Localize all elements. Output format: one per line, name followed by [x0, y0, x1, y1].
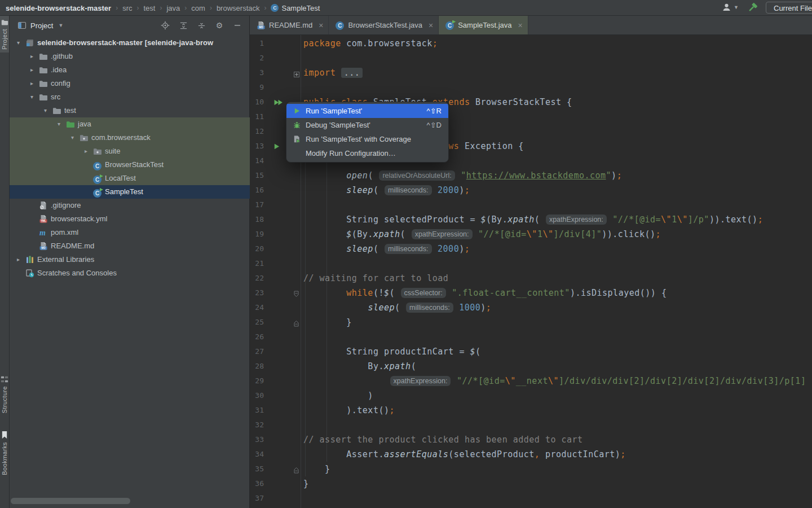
tree-item-java[interactable]: ▾java [10, 117, 250, 131]
hide-panel-icon[interactable] [232, 20, 242, 30]
tree-item-config[interactable]: ▸config [10, 77, 250, 90]
code-line-18: 18 String selectedProduct = $(By.xpath( … [250, 212, 812, 227]
code-line-25: 25 } [250, 315, 812, 330]
line-number: 23 [250, 286, 264, 300]
folder-icon [39, 65, 48, 75]
tree-item-sampletest[interactable]: CSampleTest [10, 185, 250, 199]
code-line-24: 24 sleep( milliseconds: 1000); [250, 300, 812, 315]
code-line-27: 27 String productInCart = $( [250, 344, 812, 359]
chevron-down-icon[interactable]: ▾ [68, 131, 77, 144]
package-icon [80, 133, 89, 142]
fold-marker-icon[interactable] [294, 466, 299, 476]
fold-marker-icon[interactable] [294, 69, 299, 80]
tree-item-label: .github [51, 50, 73, 63]
fold-marker-icon[interactable] [294, 290, 299, 300]
breadcrumb-segment-java[interactable]: java [166, 4, 180, 12]
editor-tab-sampletest-java[interactable]: CSampleTest.java× [439, 16, 528, 34]
close-tab-icon[interactable]: × [319, 21, 323, 30]
breadcrumb-segment-browserstack[interactable]: browserstack [217, 4, 260, 12]
run-gutter-icon[interactable] [273, 98, 284, 108]
locate-file-icon[interactable] [160, 20, 170, 30]
tree-item-pom-xml[interactable]: mpom.xml [10, 226, 250, 239]
parameter-hint: milliseconds: [406, 303, 453, 313]
chevron-down-icon[interactable]: ▾ [41, 104, 50, 117]
run-configuration-select[interactable]: Current File [766, 2, 812, 14]
project-panel-title[interactable]: Project [30, 21, 53, 30]
tree-item-external-libraries[interactable]: ▸External Libraries [10, 253, 250, 266]
code-line-9: 9 [250, 80, 812, 95]
tree-item-gitignore[interactable]: .gitignore [10, 199, 250, 212]
tool-stripe-bookmarks[interactable]: Bookmarks [0, 428, 9, 478]
svg-text:MD: MD [41, 247, 46, 249]
menu-item-label: Debug 'SampleTest' [306, 121, 370, 129]
run-context-menu: Run 'SampleTest'^⇧RDebug 'SampleTest'^⇧D… [286, 102, 449, 163]
folder-icon [52, 106, 61, 115]
breadcrumb-segment-src[interactable]: src [122, 4, 132, 12]
line-number: 3 [250, 65, 264, 80]
code-line-28: 28 By.xpath( [250, 359, 812, 374]
fold-marker-icon[interactable] [294, 319, 299, 329]
code-text: String selectedProduct = $(By.xpath( xpa… [303, 212, 763, 227]
collapse-all-icon[interactable] [196, 20, 206, 30]
tool-stripe-project[interactable]: Project [0, 16, 9, 52]
md-icon: MD [39, 242, 48, 251]
tree-item-selenide-browserstack-master-selenide-java-brow[interactable]: ▾selenide-browserstack-master [selenide-… [10, 36, 250, 50]
tree-item-test[interactable]: ▾test [10, 104, 250, 117]
breadcrumb-segment-test[interactable]: test [144, 4, 156, 12]
close-tab-icon[interactable]: × [518, 21, 523, 30]
settings-gear-icon[interactable]: ⚙ [214, 20, 224, 30]
parameter-hint: xpathExpression: [390, 376, 451, 386]
breadcrumb-project[interactable]: selenide-browserstack-master [6, 4, 111, 12]
tree-item-readme-md[interactable]: MDREADME.md [10, 239, 250, 253]
coverage-icon [292, 135, 302, 143]
user-account-button[interactable]: ▼ [722, 3, 739, 12]
module-icon [25, 38, 34, 47]
chevron-right-icon[interactable]: ▸ [82, 144, 90, 158]
tree-item-localtest[interactable]: CLocalTest [10, 172, 250, 185]
tool-stripe-structure[interactable]: Structure [0, 373, 9, 416]
tree-item-com-browserstack[interactable]: ▾com.browserstack [10, 131, 250, 144]
parameter-hint: xpathExpression: [546, 214, 607, 225]
menu-item-debug-sampletest[interactable]: Debug 'SampleTest'^⇧D [286, 118, 448, 132]
build-hammer-icon[interactable] [747, 2, 758, 15]
chevron-down-icon[interactable]: ▾ [14, 36, 23, 50]
menu-item-modify-run-configuration[interactable]: Modify Run Configuration… [286, 146, 448, 160]
run-gutter-icon[interactable] [273, 142, 280, 152]
menu-item-run-sampletest-with-coverage[interactable]: Run 'SampleTest' with Coverage [286, 132, 448, 146]
horizontal-scrollbar-thumb[interactable] [11, 498, 130, 504]
tree-item-src[interactable]: ▾src [10, 90, 250, 104]
folded-region[interactable]: ... [341, 68, 363, 78]
chevron-right-icon[interactable]: ▸ [14, 253, 23, 266]
breadcrumb-file[interactable]: CSampleTest [271, 4, 320, 12]
tree-item-scratches-and-consoles[interactable]: Scratches and Consoles [10, 266, 250, 280]
expand-all-icon[interactable] [178, 20, 188, 30]
line-number: 17 [250, 198, 264, 212]
breadcrumb: selenide-browserstack-master›src›test›ja… [6, 0, 320, 16]
code-text: open( relativeOrAbsoluteUrl: "https://ww… [303, 168, 622, 183]
chevron-down-icon[interactable]: ▾ [28, 90, 36, 104]
chevron-right-icon[interactable]: ▸ [28, 77, 36, 90]
menu-item-shortcut: ^⇧D [427, 121, 442, 129]
tree-item-label: LocalTest [105, 172, 136, 185]
editor-tab-readme-md[interactable]: MDREADME.md× [250, 16, 329, 34]
code-line-36: 36} [250, 476, 812, 491]
code-line-23: 23 while(!$( cssSelector: ".float-cart__… [250, 286, 812, 300]
code-line-32: 32 [250, 418, 812, 432]
code-text: String productInCart = $( [303, 344, 481, 359]
chevron-down-icon[interactable]: ▾ [55, 117, 63, 131]
menu-item-run-sampletest[interactable]: Run 'SampleTest'^⇧R [286, 104, 448, 118]
tree-item-label: SampleTest [105, 185, 143, 199]
tree-item-browserstack-yml[interactable]: YMLbrowserstack.yml [10, 212, 250, 226]
close-tab-icon[interactable]: × [429, 21, 433, 30]
chevron-down-icon[interactable]: ▼ [58, 23, 63, 28]
tree-item-suite[interactable]: ▸suite [10, 144, 250, 158]
code-line-22: 22// waiting for cart to load [250, 271, 812, 286]
chevron-right-icon[interactable]: ▸ [28, 50, 36, 63]
line-number: 11 [250, 110, 264, 124]
tree-item-github[interactable]: ▸.github [10, 50, 250, 63]
tree-item-idea[interactable]: ▸.idea [10, 63, 250, 77]
editor-tab-browserstacktest-java[interactable]: CBrowserStackTest.java× [329, 16, 439, 34]
tree-item-browserstacktest[interactable]: CBrowserStackTest [10, 158, 250, 172]
breadcrumb-segment-com[interactable]: com [191, 4, 205, 12]
chevron-right-icon[interactable]: ▸ [28, 63, 36, 77]
